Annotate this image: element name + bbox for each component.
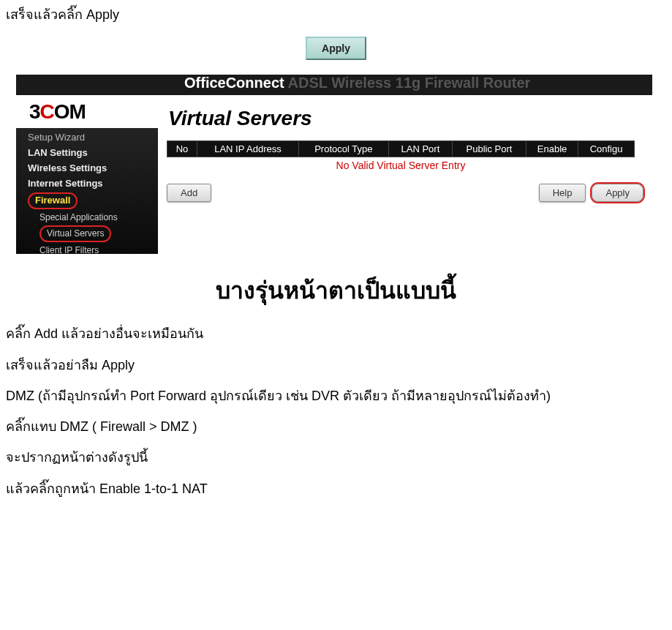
submenu-client-ip-filters[interactable]: Client IP Filters: [26, 244, 152, 254]
virtual-servers-heading: Virtual Servers: [168, 107, 652, 130]
apply-image-wrap: Apply: [6, 37, 666, 60]
col-lan-ip: LAN IP Address: [197, 141, 299, 157]
logo-c: C: [40, 100, 54, 123]
intro-text: เสร็จแล้วคลิ๊ก Apply: [6, 6, 666, 23]
paragraph-3: DMZ (ถ้ามีอุปกรณ์ทำ Port Forward อุปกรณ์…: [6, 387, 666, 405]
apply-button-sample: Apply: [306, 37, 366, 60]
menu-firewall[interactable]: Firewall: [26, 191, 152, 211]
menu-firewall-label: Firewall: [28, 192, 78, 209]
help-button[interactable]: Help: [539, 184, 586, 202]
router-content: Virtual Servers No LAN IP Address Protoc…: [158, 95, 652, 254]
apply-button[interactable]: Apply: [592, 184, 643, 202]
menu-lan-settings[interactable]: LAN Settings: [26, 145, 152, 160]
submenu-virtual-servers-label: Virtual Servers: [39, 225, 111, 242]
router-screenshot: OfficeConnect ADSL Wireless 11g Firewall…: [16, 75, 652, 254]
menu-internet-settings[interactable]: Internet Settings: [26, 176, 152, 191]
menu-setup-wizard[interactable]: Setup Wizard: [26, 130, 152, 145]
section-title: บางรุ่นหน้าตาเป็นแบบนี้: [6, 271, 666, 309]
router-logo: 3COM: [16, 95, 158, 128]
col-lan-port: LAN Port: [388, 141, 452, 157]
router-title-left: OfficeConnect: [184, 75, 284, 91]
submenu-virtual-servers[interactable]: Virtual Servers: [26, 224, 152, 244]
virtual-servers-table: No LAN IP Address Protocol Type LAN Port…: [167, 140, 635, 173]
paragraph-5: จะปรากฏหน้าต่างดังรูปนี้: [6, 449, 666, 466]
router-top-strip: OfficeConnect ADSL Wireless 11g Firewall…: [16, 75, 652, 95]
empty-row-msg: No Valid Virtual Server Entry: [167, 157, 635, 174]
submenu-special-applications[interactable]: Special Applications: [26, 211, 152, 224]
paragraph-1: คลิ๊ก Add แล้วอย่างอื่นจะเหมือนกัน: [6, 325, 666, 342]
router-title-right: ADSL Wireless 11g Firewall Router: [288, 75, 531, 91]
paragraph-6: แล้วคลิ๊กถูกหน้า Enable 1-to-1 NAT: [6, 480, 666, 498]
logo-3: 3: [29, 100, 40, 123]
col-proto: Protocol Type: [299, 141, 389, 157]
col-public-port: Public Port: [453, 141, 526, 157]
paragraph-4: คลิ๊กแทบ DMZ ( Firewall > DMZ ): [6, 418, 666, 435]
col-enable: Enable: [526, 141, 578, 157]
paragraph-2: เสร็จแล้วอย่าลืม Apply: [6, 356, 666, 374]
router-sidebar: 3COM Setup Wizard LAN Settings Wireless …: [16, 95, 158, 254]
menu-wireless-settings[interactable]: Wireless Settings: [26, 160, 152, 176]
col-config: Configu: [578, 141, 635, 157]
logo-om: OM: [54, 100, 86, 123]
col-no: No: [167, 141, 197, 157]
add-button[interactable]: Add: [167, 184, 211, 202]
